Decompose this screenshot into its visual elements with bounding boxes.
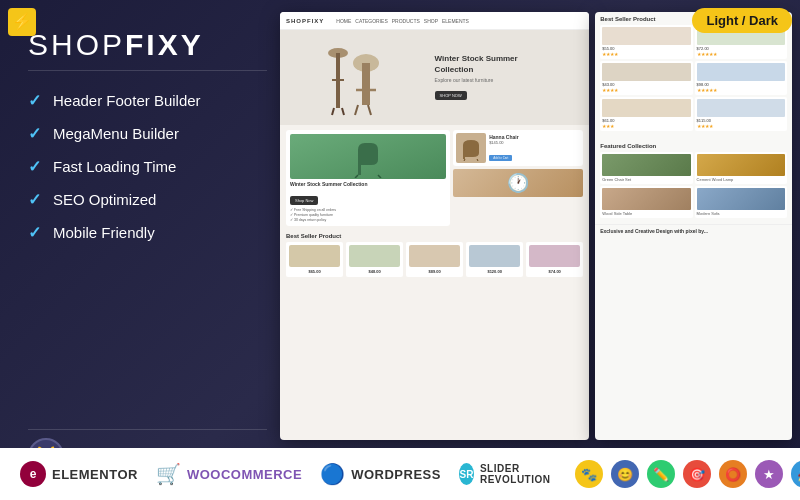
product-price: $48.00 <box>349 269 400 274</box>
hero-text-area: Winter Stock SummerCollection Explore ou… <box>427 46 590 109</box>
right-product-card: $61.00 ★★★ <box>600 97 692 131</box>
nav-logo: SHOPFIXY <box>286 18 324 24</box>
product-price: $120.00 <box>469 269 520 274</box>
slider-revolution-badge: SR SLIDER REVOLUTION <box>459 463 558 485</box>
nav-link: CATEGORIES <box>355 18 387 24</box>
product-img <box>529 245 580 267</box>
featured-item: Green Chair Set <box>600 152 692 184</box>
right-product-card: $43.00 ★★★★ <box>600 61 692 95</box>
products-row: $65.00 $48.00 $89.00 $120.00 <box>286 242 583 277</box>
right-products-grid: $55.00 ★★★★ $72.00 ★★★★★ $43.00 ★★★★ <box>600 25 787 131</box>
hero-chair-area <box>280 30 427 125</box>
elementor-label: elementor <box>52 467 138 482</box>
chair-svg <box>343 135 393 178</box>
featured-item-img <box>697 188 785 210</box>
hanna-img <box>456 133 486 163</box>
elementor-icon: e <box>20 461 46 487</box>
right-product-stars: ★★★ <box>602 123 690 129</box>
hanna-chair-card: Hanna Chair $145.00 Add to Cart <box>453 130 583 166</box>
bottom-tagline: Exclusive and Creative Design with pixel… <box>595 224 792 237</box>
right-product-stars: ★★★★ <box>602 51 690 57</box>
screen-right: Best Seller Product $55.00 ★★★★ $72.00 ★… <box>595 12 792 440</box>
bottom-bar: e elementor 🛒 WooCommerce 🔵 WordPress SR… <box>0 448 800 500</box>
product-card: $65.00 <box>286 242 343 277</box>
face-icon[interactable]: 😊 <box>611 460 639 488</box>
list-item: ✓ Fast Loading Time <box>28 157 267 176</box>
mid-section: Winter Stock Summer Collection Shop Now … <box>280 127 589 229</box>
featured-item-img <box>602 154 690 176</box>
woocommerce-label: WooCommerce <box>187 467 302 482</box>
product-img <box>289 245 340 267</box>
target-icon[interactable]: 🎯 <box>683 460 711 488</box>
svg-line-9 <box>368 105 371 115</box>
logo: SHOPFIXY <box>28 28 267 62</box>
slider-icon: SR <box>459 463 474 485</box>
nav-link: HOME <box>336 18 351 24</box>
svg-line-13 <box>477 159 478 161</box>
nav-link: PRODUCTS <box>392 18 420 24</box>
product-img <box>409 245 460 267</box>
list-item: ✓ MegaMenu Builder <box>28 124 267 143</box>
logo-area: SHOPFIXY <box>28 28 267 62</box>
right-product-card: $98.00 ★★★★★ <box>695 61 787 95</box>
featured-item: Wood Side Table <box>600 186 692 218</box>
featured-item-label: Green Chair Set <box>602 177 690 182</box>
left-panel: SHOPFIXY ✓ Header Footer Builder ✓ MegaM… <box>0 0 295 500</box>
svg-line-8 <box>355 105 358 115</box>
guru-divider <box>28 429 267 430</box>
preview-area: SHOPFIXY HOME CATEGORIES PRODUCTS SHOP E… <box>280 12 792 440</box>
checklist: ✓ Free Shipping on all orders ✓ Premium … <box>290 208 446 222</box>
check-icon: ✓ <box>28 223 41 242</box>
right-product-stars: ★★★★★ <box>697 51 785 57</box>
rocket-icon[interactable]: 🚀 <box>791 460 800 488</box>
svg-line-10 <box>355 175 358 178</box>
hero-section: Winter Stock SummerCollection Explore ou… <box>280 30 589 125</box>
featured-collection: Featured Collection Green Chair Set Ceme… <box>595 139 792 222</box>
winter-img <box>290 134 446 179</box>
star-icon[interactable]: ★ <box>755 460 783 488</box>
product-img <box>469 245 520 267</box>
right-product-img <box>697 99 785 117</box>
right-product-card: $115.00 ★★★★ <box>695 97 787 131</box>
list-item: ✓ SEO Optimized <box>28 190 267 209</box>
screen-left: SHOPFIXY HOME CATEGORIES PRODUCTS SHOP E… <box>280 12 589 440</box>
featured-item-label: Cement Wood Lamp <box>697 177 785 182</box>
wordpress-icon: 🔵 <box>320 462 345 486</box>
chair-product-area: Hanna Chair $145.00 Add to Cart 🕐 <box>453 130 583 226</box>
features-list: ✓ Header Footer Builder ✓ MegaMenu Build… <box>28 91 267 242</box>
featured-item-img <box>602 188 690 210</box>
featured-collection-title: Featured Collection <box>600 143 787 149</box>
hanna-chair-svg <box>458 135 484 161</box>
theme-toggle-badge[interactable]: Light / Dark <box>692 8 792 33</box>
svg-line-11 <box>378 175 381 178</box>
clock-card: 🕐 <box>453 169 583 197</box>
svg-line-4 <box>342 108 344 115</box>
elementor-badge: e elementor <box>20 461 138 487</box>
products-section: Best Seller Product $65.00 $48.00 $89.00 <box>280 229 589 281</box>
hanna-info: Hanna Chair $145.00 Add to Cart <box>489 134 580 163</box>
winter-btn[interactable]: Shop Now <box>290 196 318 205</box>
right-product-stars: ★★★★★ <box>697 87 785 93</box>
product-card: $89.00 <box>406 242 463 277</box>
product-price: $74.00 <box>529 269 580 274</box>
hero-shop-btn[interactable]: SHOP NOW <box>435 91 467 100</box>
right-product-img <box>602 99 690 117</box>
wordpress-label: WordPress <box>351 467 441 482</box>
featured-item-label: Modern Sofa <box>697 211 785 216</box>
lightning-icon: ⚡ <box>12 14 32 30</box>
main-container: ⚡ Light / Dark SHOPFIXY ✓ Header Footer … <box>0 0 800 500</box>
paw-icon[interactable]: 🐾 <box>575 460 603 488</box>
chairs-svg <box>318 35 388 125</box>
slider-label: SLIDER REVOLUTION <box>480 463 558 485</box>
screen-nav: SHOPFIXY HOME CATEGORIES PRODUCTS SHOP E… <box>280 12 589 30</box>
right-product-card: $55.00 ★★★★ <box>600 25 692 59</box>
featured-grid: Green Chair Set Cement Wood Lamp Wood Si… <box>600 152 787 218</box>
hanna-btn[interactable]: Add to Cart <box>489 155 512 161</box>
product-card: $48.00 <box>346 242 403 277</box>
nav-link: ELEMENTS <box>442 18 469 24</box>
pencil-icon[interactable]: ✏️ <box>647 460 675 488</box>
nav-link: SHOP <box>424 18 438 24</box>
circle-icon[interactable]: ⭕ <box>719 460 747 488</box>
featured-item: Modern Sofa <box>695 186 787 218</box>
svg-line-3 <box>332 108 334 115</box>
